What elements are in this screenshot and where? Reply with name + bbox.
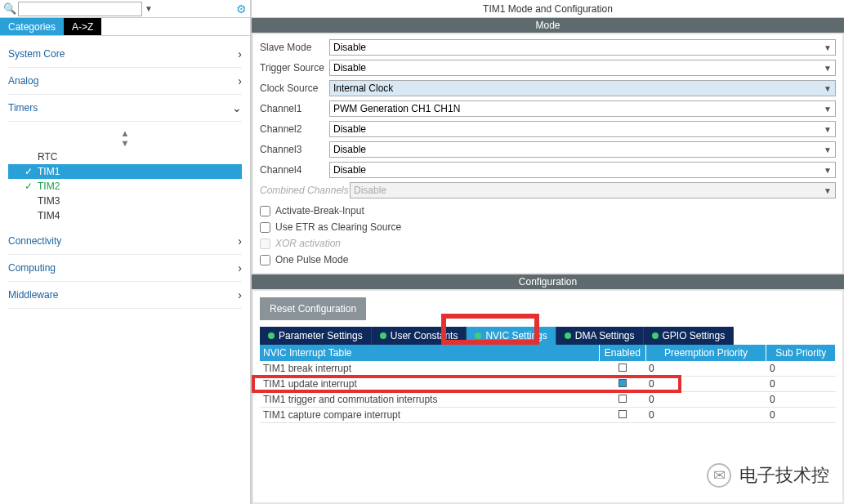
tab-nvic-settings[interactable]: NVIC Settings [467,327,556,345]
clock-source-value: Internal Clock [333,83,393,94]
trigger-source-value: Disable [333,62,366,74]
status-dot-icon [652,332,659,339]
col-name[interactable]: NVIC Interrupt Table [260,345,600,361]
timers-body: ▲▼ RTC ✓ TIM1 ✓ TIM2 TIM3 TIM4 [8,122,242,228]
section-label: Middleware [8,289,58,301]
channel1-label: Channel1 [260,103,329,114]
cell-enabled[interactable] [600,377,645,392]
use-etr-label: Use ETR as Clearing Source [275,221,401,233]
cell-preempt[interactable]: 0 [645,392,766,408]
section-timers[interactable]: Timers ⌄ [8,95,242,122]
tab-label: User Constants [391,330,458,341]
cell-sub[interactable]: 0 [766,361,836,377]
one-pulse-checkbox[interactable] [260,255,270,265]
watermark: ✉ 电子技术控 [707,463,829,488]
wechat-icon: ✉ [707,463,731,488]
cell-preempt[interactable]: 0 [645,408,766,423]
chevron-down-icon: ▼ [824,84,832,93]
sidebar-item-tim1[interactable]: ✓ TIM1 [8,164,242,179]
status-dot-icon [475,332,481,339]
search-icon: 🔍 [3,2,16,15]
sidebar-item-tim4[interactable]: TIM4 [8,208,242,223]
activate-break-label: Activate-Break-Input [275,205,364,216]
tab-label: NVIC Settings [485,330,547,341]
chevron-down-icon[interactable]: ▼ [145,4,153,13]
use-etr-checkbox[interactable] [260,222,270,233]
col-enabled[interactable]: Enabled [600,345,645,361]
chevron-right-icon: › [238,47,242,60]
tab-parameter-settings[interactable]: Parameter Settings [260,327,372,345]
tab-label: DMA Settings [575,330,635,341]
chevron-right-icon: › [238,261,242,274]
table-row[interactable]: TIM1 capture compare interrupt00 [260,408,836,423]
cell-name: TIM1 capture compare interrupt [260,408,600,423]
combined-channels-label: Combined Channels [260,185,350,196]
combined-channels-value: Disable [354,185,386,196]
checkbox-icon[interactable] [618,410,627,418]
sidebar-item-tim3[interactable]: TIM3 [8,194,242,208]
section-label: Analog [8,75,38,87]
cell-preempt[interactable]: 0 [645,361,766,377]
check-icon: ✓ [25,181,33,192]
section-connectivity[interactable]: Connectivity › [8,228,242,255]
tab-user-constants[interactable]: User Constants [372,327,467,345]
clock-source-label: Clock Source [260,83,329,94]
channel1-value: PWM Generation CH1 CH1N [333,103,460,114]
sidebar-item-rtc[interactable]: RTC [8,149,242,164]
status-dot-icon [565,332,571,339]
section-middleware[interactable]: Middleware › [8,282,242,309]
cell-sub[interactable]: 0 [766,377,836,392]
sort-icon[interactable]: ▲▼ [8,127,242,149]
checkbox-icon[interactable] [618,379,627,387]
col-sub[interactable]: Sub Priority [766,345,836,361]
chevron-down-icon: ▼ [824,145,832,154]
tab-label: GPIO Settings [663,330,726,341]
configuration-header: Configuration [252,274,844,289]
activate-break-checkbox[interactable] [260,206,270,216]
cell-enabled[interactable] [600,408,645,423]
table-row[interactable]: TIM1 break interrupt00 [260,361,836,377]
channel4-select[interactable]: Disable▼ [329,162,836,178]
channel4-value: Disable [333,164,366,176]
chevron-down-icon: ▼ [824,166,832,175]
section-computing[interactable]: Computing › [8,255,242,282]
cell-sub[interactable]: 0 [766,408,836,423]
col-preempt[interactable]: Preemption Priority [645,345,766,361]
gear-icon[interactable]: ⚙ [236,2,247,16]
cell-name: TIM1 trigger and commutation interrupts [260,392,600,408]
tab-dma-settings[interactable]: DMA Settings [556,327,644,345]
cell-name: TIM1 break interrupt [260,361,600,377]
tab-categories[interactable]: Categories [0,18,64,35]
search-input[interactable] [18,2,142,16]
cell-preempt[interactable]: 0 [645,377,766,392]
reset-configuration-button[interactable]: Reset Configuration [260,297,366,320]
chevron-down-icon: ▼ [824,186,832,195]
tab-gpio-settings[interactable]: GPIO Settings [644,327,735,345]
channel3-select[interactable]: Disable▼ [329,141,836,158]
chevron-down-icon: ▼ [824,125,832,134]
tab-a-z[interactable]: A->Z [64,18,101,35]
cell-enabled[interactable] [600,361,645,377]
slave-mode-select[interactable]: Disable▼ [329,39,836,56]
section-system-core[interactable]: System Core › [8,41,242,68]
slave-mode-label: Slave Mode [260,42,329,53]
cell-sub[interactable]: 0 [766,392,836,408]
channel2-label: Channel2 [260,123,329,135]
nvic-interrupt-table: NVIC Interrupt Table Enabled Preemption … [260,345,836,423]
checkbox-icon[interactable] [618,364,627,372]
channel1-select[interactable]: PWM Generation CH1 CH1N▼ [329,100,836,117]
chevron-down-icon: ⌄ [232,101,242,114]
trigger-source-label: Trigger Source [260,62,329,74]
sidebar-item-tim2[interactable]: ✓ TIM2 [8,179,242,194]
channel2-select[interactable]: Disable▼ [329,121,836,137]
chevron-right-icon: › [238,288,242,301]
check-icon: ✓ [25,166,33,177]
table-row[interactable]: TIM1 trigger and commutation interrupts0… [260,392,836,408]
section-analog[interactable]: Analog › [8,68,242,95]
trigger-source-select[interactable]: Disable▼ [329,60,836,76]
cell-enabled[interactable] [600,392,645,408]
checkbox-icon[interactable] [618,395,627,403]
chevron-right-icon: › [238,74,242,87]
clock-source-select[interactable]: Internal Clock▼ [329,80,836,96]
table-row[interactable]: TIM1 update interrupt00 [260,377,836,392]
